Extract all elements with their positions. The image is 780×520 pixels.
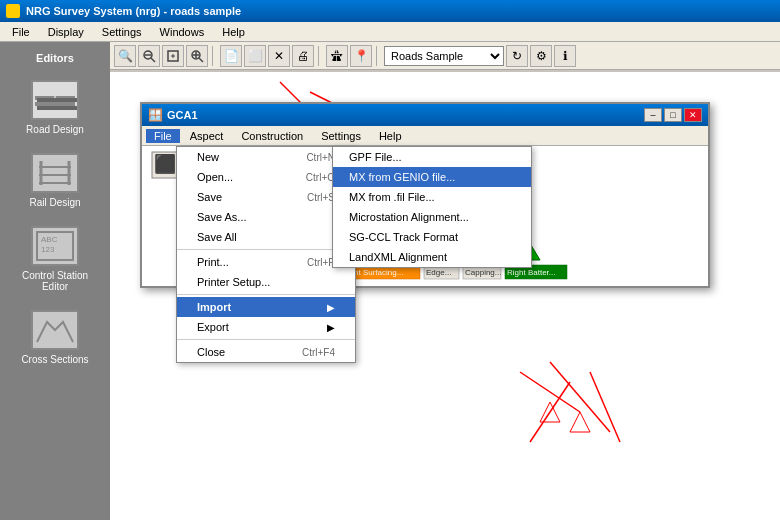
- menu-close[interactable]: Close Ctrl+F4: [177, 342, 355, 362]
- sidebar-item-cross-sections[interactable]: Cross Sections: [10, 306, 100, 369]
- control-station-icon: ABC 123: [31, 226, 79, 266]
- work-area: 🔍: [110, 42, 780, 520]
- main-content: Editors Road Design: [0, 42, 780, 520]
- sidebar-label-cross-sections: Cross Sections: [21, 354, 88, 365]
- road-design-icon: [31, 80, 79, 120]
- import-mx-fil[interactable]: MX from .fil File...: [333, 187, 531, 207]
- menu-export[interactable]: Export ▶: [177, 317, 355, 337]
- svg-line-27: [590, 372, 620, 442]
- menu-save[interactable]: Save Ctrl+S: [177, 187, 355, 207]
- sidebar-label-rail-design: Rail Design: [29, 197, 80, 208]
- svg-marker-29: [570, 412, 590, 432]
- roads-dropdown: Roads Sample ↻ ⚙ ℹ: [384, 45, 576, 67]
- zoom-in-button[interactable]: 🔍: [114, 45, 136, 67]
- roads-refresh-btn[interactable]: ↻: [506, 45, 528, 67]
- svg-line-24: [520, 372, 580, 412]
- menu-import[interactable]: Import ▶: [177, 297, 355, 317]
- menu-sep-1: [177, 249, 355, 250]
- gca1-menu-aspect[interactable]: Aspect: [182, 129, 232, 143]
- file-dropdown-menu: New Ctrl+N Open... Ctrl+O Save Ctrl+S Sa…: [176, 146, 356, 363]
- svg-text:ABC: ABC: [41, 235, 58, 244]
- zoom-fit-button[interactable]: [162, 45, 184, 67]
- gca1-minimize-btn[interactable]: –: [644, 108, 662, 122]
- gca1-title: GCA1: [167, 109, 198, 121]
- svg-text:Right Batter...: Right Batter...: [507, 268, 555, 277]
- svg-line-12: [151, 58, 155, 62]
- app-menu-help[interactable]: Help: [214, 25, 253, 39]
- delete-button[interactable]: ✕: [268, 45, 290, 67]
- gca1-menu-help[interactable]: Help: [371, 129, 410, 143]
- gca1-titlebar: 🪟 GCA1 – □ ✕: [142, 104, 708, 126]
- app-icon: [6, 4, 20, 18]
- import-submenu: GPF File... MX from GENIO file... MX fro…: [332, 146, 532, 268]
- sidebar-item-road-design[interactable]: Road Design: [10, 76, 100, 139]
- svg-line-26: [530, 382, 570, 442]
- svg-line-18: [199, 58, 203, 62]
- sidebar-item-rail-design[interactable]: Rail Design: [10, 149, 100, 212]
- gca1-menu-bar: File Aspect Construction Settings Help: [142, 126, 708, 146]
- gca1-close-btn[interactable]: ✕: [684, 108, 702, 122]
- sidebar-item-control-station[interactable]: ABC 123 Control Station Editor: [10, 222, 100, 296]
- print-button[interactable]: 🖨: [292, 45, 314, 67]
- marker-btn[interactable]: 📍: [350, 45, 372, 67]
- rail-design-icon: [31, 153, 79, 193]
- sidebar-header: Editors: [36, 50, 74, 66]
- menu-open[interactable]: Open... Ctrl+O: [177, 167, 355, 187]
- gca1-maximize-btn[interactable]: □: [664, 108, 682, 122]
- copy-button[interactable]: ⬜: [244, 45, 266, 67]
- toolbar-sep-2: [318, 46, 322, 66]
- gca1-menu-construction[interactable]: Construction: [233, 129, 311, 143]
- roads-settings-btn[interactable]: ⚙: [530, 45, 552, 67]
- svg-text:Edge...: Edge...: [426, 268, 451, 277]
- app-menu-bar: File Display Settings Windows Help: [0, 22, 780, 42]
- svg-rect-1: [35, 102, 75, 106]
- app-title: NRG Survey System (nrg) - roads sample: [26, 5, 241, 17]
- roads-select[interactable]: Roads Sample: [384, 46, 504, 66]
- gca1-window: 🪟 GCA1 – □ ✕ File Aspect Construction Se…: [140, 102, 710, 288]
- toolbar-sep-3: [376, 46, 380, 66]
- menu-sep-2: [177, 294, 355, 295]
- main-toolbar: 🔍: [110, 42, 780, 70]
- app-title-bar: NRG Survey System (nrg) - roads sample: [0, 0, 780, 22]
- import-microstation[interactable]: Microstation Alignment...: [333, 207, 531, 227]
- menu-printer-setup[interactable]: Printer Setup...: [177, 272, 355, 292]
- app-menu-windows[interactable]: Windows: [152, 25, 213, 39]
- sidebar: Editors Road Design: [0, 42, 110, 520]
- app-menu-display[interactable]: Display: [40, 25, 92, 39]
- svg-text:Capping...: Capping...: [465, 268, 501, 277]
- import-sgccl[interactable]: SG-CCL Track Format: [333, 227, 531, 247]
- sidebar-label-road-design: Road Design: [26, 124, 84, 135]
- menu-new[interactable]: New Ctrl+N: [177, 147, 355, 167]
- gca1-menu-settings[interactable]: Settings: [313, 129, 369, 143]
- app-menu-settings[interactable]: Settings: [94, 25, 150, 39]
- zoom-out-button[interactable]: [138, 45, 160, 67]
- menu-save-as[interactable]: Save As...: [177, 207, 355, 227]
- import-mx-genio[interactable]: MX from GENIO file...: [333, 167, 531, 187]
- gca1-menu-file[interactable]: File: [146, 129, 180, 143]
- sidebar-label-control-station: Control Station Editor: [14, 270, 96, 292]
- toolbar-sep-1: [212, 46, 216, 66]
- zoom-window-button[interactable]: [186, 45, 208, 67]
- menu-save-all[interactable]: Save All: [177, 227, 355, 247]
- menu-sep-3: [177, 339, 355, 340]
- gca1-controls: – □ ✕: [644, 108, 702, 122]
- import-landxml[interactable]: LandXML Alignment: [333, 247, 531, 267]
- new-button[interactable]: 📄: [220, 45, 242, 67]
- app-menu-file[interactable]: File: [4, 25, 38, 39]
- cross-sections-icon: [31, 310, 79, 350]
- road-icon-btn[interactable]: 🛣: [326, 45, 348, 67]
- svg-text:123: 123: [41, 245, 55, 254]
- svg-text:⬛: ⬛: [154, 153, 177, 175]
- menu-print[interactable]: Print... Ctrl+P: [177, 252, 355, 272]
- roads-info-btn[interactable]: ℹ: [554, 45, 576, 67]
- import-gpf[interactable]: GPF File...: [333, 147, 531, 167]
